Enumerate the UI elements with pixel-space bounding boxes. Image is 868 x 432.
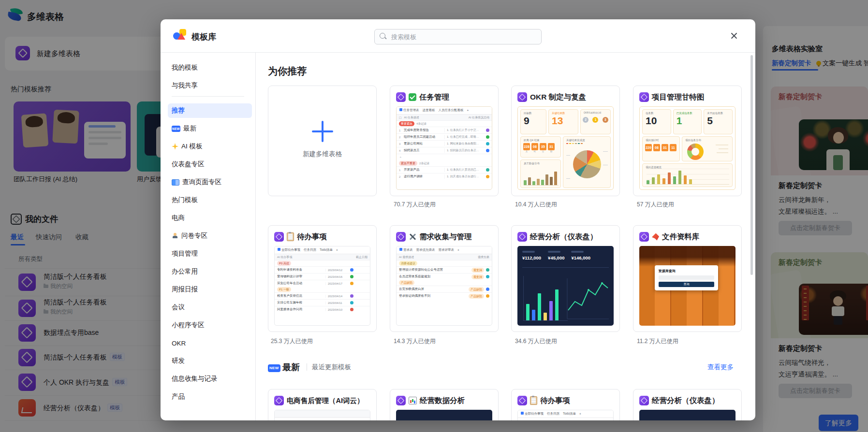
template-card-todo[interactable]: 待办事项 全部待办事项任务日历Todo清单+ AI 待办事项截止日期 P0 高优… [268, 225, 377, 332]
usage-count: 10.4 万人已使用 [515, 201, 557, 209]
sidebar-item-office[interactable]: 办公常用 [168, 264, 252, 279]
new-base-template-card[interactable]: 新建多维表格 [268, 86, 377, 196]
plus-icon [312, 121, 333, 142]
close-icon[interactable] [729, 31, 739, 41]
divider [307, 363, 307, 371]
template-thumbnail: 需求表需求优先级表需求评审表+ AI 需求描述需求分类 消费者建议 整理设计师资… [396, 246, 492, 326]
usage-count: 14.3 万人已使用 [394, 337, 436, 346]
clipboard-icon [287, 232, 294, 241]
modal-title: 模板库 [191, 31, 216, 43]
new-badge-icon: NEW [172, 126, 180, 132]
sidebar-item-miniapp[interactable]: 小程序专区 [168, 318, 252, 332]
sidebar-item-info-collection[interactable]: 信息收集与记录 [168, 372, 252, 386]
template-card-gantt[interactable]: 项目管理甘特图 任务数10 已完成任务数1 未开始任务数5 项目倒计时 2200… [633, 86, 742, 196]
search-input[interactable] [390, 30, 537, 43]
sidebar-item-recommend[interactable]: 推荐 [168, 103, 252, 118]
new-card-label: 新建多维表格 [268, 150, 376, 158]
sidebar-item-query-pages[interactable]: 查询页面专区 [168, 175, 252, 189]
search-icon [380, 33, 385, 39]
base-icon [396, 396, 406, 405]
template-card-requirements[interactable]: 需求收集与管理 需求表需求优先级表需求评审表+ AI 需求描述需求分类 消费者建… [390, 225, 499, 332]
base-icon [274, 232, 284, 242]
sidebar-item-ecommerce[interactable]: 电商 [168, 211, 252, 225]
template-card-task-management[interactable]: 任务管理 任务管理表进度看板人员任务分配看板+ ☐AI 任务描述AI 任务情况总… [390, 86, 499, 196]
sidebar-item-survey[interactable]: 问卷专区 [168, 229, 252, 243]
base-icon [639, 396, 649, 405]
person-icon [172, 233, 178, 239]
base-icon [517, 92, 527, 102]
template-library-icon [173, 29, 187, 43]
sidebar-item-dashboards[interactable]: 仪表盘专区 [168, 157, 252, 172]
base-icon [517, 232, 527, 242]
book-icon [172, 179, 179, 186]
sidebar-item-ai-templates[interactable]: AI 模板 [168, 139, 252, 154]
base-icon [639, 92, 649, 102]
template-thumbnail: ¥112,000 ¥45,000 ¥146,000 [517, 246, 614, 326]
sidebar-item-product[interactable]: 产品 [168, 389, 252, 404]
resource-search-panel: 资源库查询 查询 [655, 265, 718, 290]
line-chart [565, 276, 610, 321]
sidebar-item-rd[interactable]: 研发 [168, 354, 252, 368]
see-more-link[interactable]: 查看更多 [707, 363, 734, 372]
new-badge-icon: NEW [268, 364, 280, 372]
sidebar-item-reports: 周报日报 [168, 282, 252, 297]
sidebar-item-shared[interactable]: 与我共享 [168, 78, 252, 93]
usage-count: 34.6 万人已使用 [515, 337, 557, 346]
tools-icon [409, 233, 416, 241]
usage-count: 70.7 万人已使用 [394, 201, 436, 209]
sidebar-divider [172, 96, 244, 97]
base-icon [396, 232, 406, 242]
bar-chart-icon [409, 397, 417, 404]
base-icon [396, 92, 406, 102]
usage-count: 25.3 万人已使用 [271, 337, 313, 346]
template-card-todo-2[interactable]: 待办事项 全部待办事项任务日历Todo清单+ [511, 389, 620, 420]
latest-section-title: 最新 [282, 361, 300, 373]
sidebar-item-latest[interactable]: NEW最新 [168, 121, 252, 136]
base-icon [639, 232, 649, 242]
sidebar-item-hot[interactable]: 热门模板 [168, 193, 252, 207]
modal-scrollbar-thumb[interactable] [750, 55, 753, 275]
template-thumbnail: 全部待办事项任务日历Todo清单+ AI 待办事项截止日期 P0 高优 专利申请… [274, 246, 370, 326]
sidebar-item-my-templates[interactable]: 我的模板 [168, 60, 252, 75]
latest-section-subtitle: 最近更新模板 [312, 363, 351, 372]
recommend-section-title: 为你推荐 [268, 65, 307, 78]
sidebar-item-meetings[interactable]: 会议 [168, 300, 252, 315]
app-root: 多维表格 新建多维表格 热门模板推荐 团队工作日报 (AI 总结) 用户反馈 我… [0, 0, 868, 432]
mini-search-button: 查询 [659, 282, 714, 287]
clipboard-icon [530, 396, 537, 405]
template-card-business-analysis[interactable]: 经营分析（仪表盘） ¥112,000 ¥45,000 ¥146,000 [511, 225, 620, 332]
base-icon [274, 396, 284, 405]
template-thumbnail: 任务数10 已完成任务数1 未开始任务数5 项目倒计时 220083111 项目… [639, 106, 736, 190]
template-library-modal: 模板库 我的模板 与我共享 推荐 NEW最新 AI 模板 仪表盘专区 查询页面专… [161, 19, 755, 420]
modal-header: 模板库 [161, 19, 755, 53]
sparkle-icon [172, 143, 178, 150]
template-thumbnail: 任务管理表进度看板人员任务分配看板+ ☐AI 任务描述AI 任务情况总结 重要紧… [396, 106, 492, 190]
usage-count: 11.2 万人已使用 [637, 337, 678, 346]
template-card-business-analysis-2[interactable]: 经营分析（仪表盘） [633, 389, 742, 420]
modal-sidebar: 我的模板 与我共享 推荐 NEW最新 AI 模板 仪表盘专区 查询页面专区 热门… [161, 52, 256, 420]
sidebar-item-okr[interactable]: OKR [168, 336, 252, 350]
template-card-file-library[interactable]: 文件资料库 资源库查询 查询 [633, 225, 742, 332]
template-card-aftersales[interactable]: 电商售后管理（AI词云） [268, 389, 377, 420]
usage-count: 57 万人已使用 [637, 201, 674, 209]
template-thumbnail: 资源库查询 查询 [639, 246, 736, 326]
template-card-okr[interactable]: OKR 制定与复盘 目标数9 关键结果数13 OKR完成度排行榜 2 1 3 [511, 86, 620, 196]
template-card-biz-data[interactable]: 经营数据分析 [390, 389, 499, 420]
sidebar-item-project-management[interactable]: 项目管理 [168, 246, 252, 261]
search-box [374, 29, 542, 44]
template-thumbnail: 目标数9 关键结果数13 OKR完成度排行榜 2 1 3 距离 Q4 结束 [517, 106, 614, 190]
rocket-icon [652, 233, 659, 241]
base-icon [517, 396, 527, 405]
check-icon [409, 93, 416, 101]
mini-search-input [659, 275, 714, 280]
